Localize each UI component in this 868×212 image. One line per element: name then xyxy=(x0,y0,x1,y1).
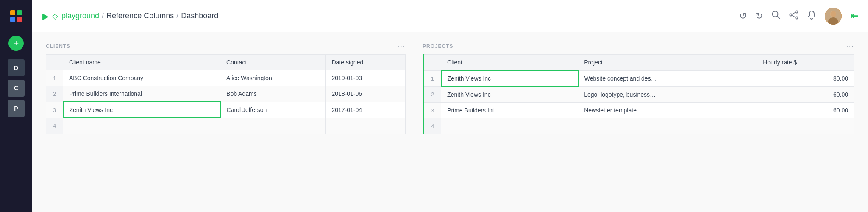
client-contact-2[interactable]: Bob Adams xyxy=(220,86,326,102)
clients-table-header: CLIENTS ··· xyxy=(46,42,406,50)
table-row: 3 Zenith Views Inc Carol Jefferson 2017-… xyxy=(46,102,406,118)
projects-col-project: Project xyxy=(578,55,757,71)
client-contact-4[interactable] xyxy=(220,118,326,134)
client-name-4[interactable] xyxy=(63,118,220,134)
clients-section: CLIENTS ··· Client name Contact Date sig… xyxy=(46,42,406,202)
clients-table: Client name Contact Date signed 1 ABC Co… xyxy=(46,54,406,134)
proj-client-1-highlighted[interactable]: Zenith Views Inc xyxy=(441,70,578,86)
svg-point-10 xyxy=(830,11,836,17)
proj-row-num-4: 4 xyxy=(424,118,441,134)
proj-row-num-1: 1 xyxy=(424,70,441,86)
proj-row-num-2: 2 xyxy=(424,86,441,103)
nav-forward-icon[interactable]: ▶ xyxy=(42,11,49,21)
table-row: 2 Zenith Views Inc Logo, logotype, busin… xyxy=(424,86,854,103)
row-num-2: 2 xyxy=(46,86,63,102)
projects-col-num xyxy=(424,55,441,71)
clients-col-name: Client name xyxy=(63,55,220,70)
proj-rate-4[interactable] xyxy=(757,118,854,134)
svg-point-4 xyxy=(796,17,798,19)
proj-client-4[interactable] xyxy=(441,118,578,134)
breadcrumb-reference-columns[interactable]: Reference Columns xyxy=(106,11,174,20)
projects-col-client: Client xyxy=(441,55,578,71)
client-name-2[interactable]: Prime Builders International xyxy=(63,86,220,102)
breadcrumb-sep-1: / xyxy=(102,11,104,20)
projects-table-header: PROJECTS ··· xyxy=(423,42,854,50)
client-contact-1[interactable]: Alice Washington xyxy=(220,70,326,86)
projects-col-rate: Hourly rate $ xyxy=(757,55,854,71)
proj-rate-2[interactable]: 60.00 xyxy=(757,86,854,103)
table-row: 2 Prime Builders International Bob Adams… xyxy=(46,86,406,102)
breadcrumb-sep-2: / xyxy=(176,11,178,20)
table-row: 4 xyxy=(46,118,406,134)
proj-client-3[interactable]: Prime Builders Int… xyxy=(441,103,578,118)
projects-title: PROJECTS xyxy=(423,43,453,49)
client-name-3-highlighted[interactable]: Zenith Views Inc xyxy=(63,102,220,118)
row-num-3: 3 xyxy=(46,102,63,118)
row-num-4: 4 xyxy=(46,118,63,134)
table-row: 4 xyxy=(424,118,854,134)
table-row: 1 ABC Construction Company Alice Washing… xyxy=(46,70,406,86)
undo-icon[interactable]: ↺ xyxy=(739,11,747,22)
proj-project-3[interactable]: Newsletter template xyxy=(578,103,757,118)
client-date-4[interactable] xyxy=(326,118,406,134)
header-right: ↺ ↻ xyxy=(739,8,858,25)
table-row: 1 Zenith Views Inc Website concept and d… xyxy=(424,70,854,86)
breadcrumb: playground / Reference Columns / Dashboa… xyxy=(61,11,218,20)
header-left: ▶ ◇ playground / Reference Columns / Das… xyxy=(42,11,218,21)
proj-rate-3[interactable]: 60.00 xyxy=(757,103,854,118)
proj-rate-1[interactable]: 80.00 xyxy=(757,70,854,86)
logo-dot-2 xyxy=(17,10,22,15)
breadcrumb-playground[interactable]: playground xyxy=(61,11,99,20)
projects-more-button[interactable]: ··· xyxy=(846,42,854,50)
row-num-1: 1 xyxy=(46,70,63,86)
sidebar-item-c[interactable]: C xyxy=(8,80,25,97)
redo-icon[interactable]: ↻ xyxy=(755,11,763,22)
client-date-2[interactable]: 2018-01-06 xyxy=(326,86,406,102)
client-date-3[interactable]: 2017-01-04 xyxy=(326,102,406,118)
search-icon[interactable] xyxy=(771,10,781,22)
projects-section: PROJECTS ··· Client Project Hourly rate … xyxy=(423,42,854,202)
proj-row-num-3: 3 xyxy=(424,103,441,118)
logo xyxy=(0,0,32,32)
svg-line-1 xyxy=(777,16,780,19)
client-name-1[interactable]: ABC Construction Company xyxy=(63,70,220,86)
sidebar: + D C P xyxy=(0,0,32,212)
clients-col-num xyxy=(46,55,63,70)
add-button[interactable]: + xyxy=(8,36,24,51)
content-area: CLIENTS ··· Client name Contact Date sig… xyxy=(32,32,868,212)
bell-icon[interactable] xyxy=(807,10,816,22)
svg-line-5 xyxy=(792,16,796,18)
table-row: 3 Prime Builders Int… Newsletter templat… xyxy=(424,103,854,118)
sidebar-item-d[interactable]: D xyxy=(8,59,25,76)
svg-point-2 xyxy=(796,11,798,13)
projects-table: Client Project Hourly rate $ 1 Zenith Vi… xyxy=(424,54,854,134)
clients-more-button[interactable]: ··· xyxy=(398,42,406,50)
share-icon[interactable] xyxy=(789,10,798,22)
proj-project-1[interactable]: Website concept and des… xyxy=(578,70,757,86)
sidebar-item-p[interactable]: P xyxy=(8,100,25,117)
client-contact-3[interactable]: Carol Jefferson xyxy=(220,102,326,118)
collapse-icon[interactable]: ⇤ xyxy=(850,11,858,22)
logo-dot-1 xyxy=(10,10,15,15)
projects-table-wrapper: Client Project Hourly rate $ 1 Zenith Vi… xyxy=(423,54,854,134)
main-content: ▶ ◇ playground / Reference Columns / Das… xyxy=(32,0,868,212)
user-avatar[interactable] xyxy=(825,8,842,25)
proj-project-2[interactable]: Logo, logotype, business… xyxy=(578,86,757,103)
table-icon: ◇ xyxy=(52,11,58,21)
header: ▶ ◇ playground / Reference Columns / Das… xyxy=(32,0,868,32)
plus-icon: + xyxy=(14,38,19,49)
proj-project-4[interactable] xyxy=(578,118,757,134)
client-date-1[interactable]: 2019-01-03 xyxy=(326,70,406,86)
logo-dot-3 xyxy=(10,17,15,22)
logo-dot-4 xyxy=(17,17,22,22)
svg-point-3 xyxy=(790,14,792,16)
clients-col-date: Date signed xyxy=(326,55,406,70)
proj-client-2[interactable]: Zenith Views Inc xyxy=(441,86,578,103)
svg-line-6 xyxy=(792,12,796,14)
clients-col-contact: Contact xyxy=(220,55,326,70)
breadcrumb-dashboard[interactable]: Dashboard xyxy=(181,11,218,20)
clients-title: CLIENTS xyxy=(46,43,70,49)
logo-grid xyxy=(10,10,22,22)
